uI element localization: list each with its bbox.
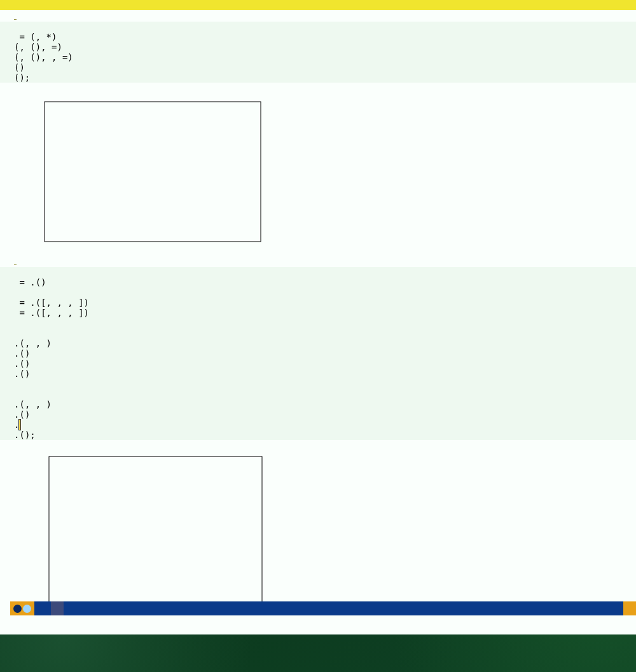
modeline — [10, 601, 636, 615]
cell-prompt — [14, 264, 17, 265]
minibuffer[interactable] — [10, 615, 636, 629]
cell-63: = .() = .([, , , ]) = .([, , , ]) .(, , … — [0, 257, 636, 629]
text-cursor — [19, 420, 20, 430]
cell-52: = (, *) (, (), =) (, (), , =) () (); — [0, 11, 636, 254]
svg-rect-0 — [14, 88, 262, 254]
workspace-indicator[interactable] — [23, 605, 31, 613]
modeline-major-mode[interactable] — [51, 601, 64, 615]
emacs-window: = (, *) (, (), =) (, (), , =) () (); = .… — [0, 0, 636, 634]
modeline-scroll-indicator-icon — [623, 601, 636, 615]
cell-code[interactable]: = (, *) (, (), =) (, (), , =) () (); — [0, 22, 636, 83]
chart-two-familiar-functions — [14, 88, 262, 254]
editor-client-area[interactable]: = (, *) (, (), =) (, (), , =) () (); = .… — [0, 10, 636, 634]
window-titlebar — [0, 0, 636, 10]
modeline-badge — [10, 601, 34, 615]
workspace-indicator[interactable] — [13, 605, 22, 613]
cell-code[interactable]: = .() = .([, , , ]) = .([, , , ]) .(, , … — [0, 267, 636, 440]
cell-prompt — [14, 19, 17, 20]
